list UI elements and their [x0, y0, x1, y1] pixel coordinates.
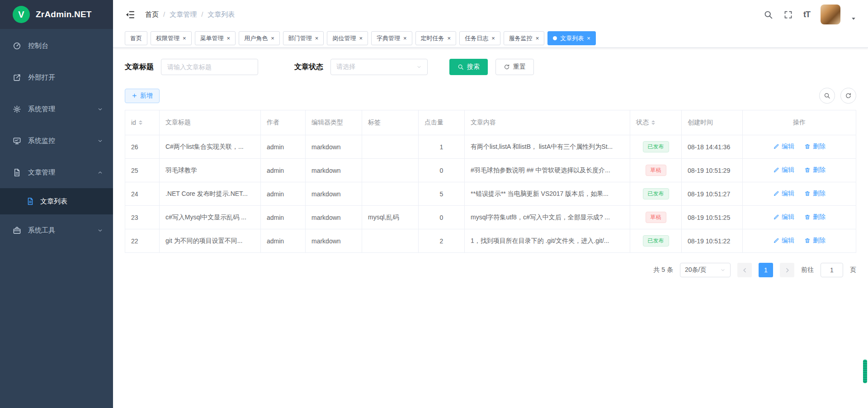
edit-button[interactable]: 编辑 [773, 213, 794, 221]
tab-item[interactable]: 首页 [125, 31, 147, 45]
cell-content: 有两个list,listA 和listB， listA中有三个属性列为St... [465, 135, 630, 159]
sidebar-item-article-list[interactable]: 文章列表 [0, 188, 113, 214]
close-icon[interactable] [536, 35, 539, 41]
close-icon[interactable] [403, 35, 407, 41]
column-header-clicks: 点击量 [419, 110, 465, 135]
cell-author: admin [261, 159, 306, 182]
tab-item-active[interactable]: 文章列表 [547, 31, 596, 45]
delete-button[interactable]: 删除 [804, 213, 826, 221]
page-size-select[interactable]: 20条/页 [680, 263, 731, 277]
document-icon [13, 168, 21, 177]
cell-clicks: 2 [419, 229, 465, 253]
close-icon[interactable] [183, 35, 186, 41]
table-row: 23 c#写入Mysql中文显示乱码 ... admin markdown my… [125, 206, 856, 229]
next-page-button[interactable] [780, 263, 794, 277]
reset-button[interactable]: 重置 [495, 59, 534, 75]
tab-item[interactable]: 部门管理 [283, 31, 324, 45]
search-form: 文章标题 文章状态 请选择 搜索 重置 [125, 59, 856, 75]
column-header-status[interactable]: 状态 [630, 110, 682, 135]
avatar[interactable] [821, 5, 840, 24]
cell-id: 24 [125, 182, 160, 206]
tab-item[interactable]: 定时任务 [415, 31, 457, 45]
column-header-tags: 标签 [362, 110, 419, 135]
edit-button[interactable]: 编辑 [773, 142, 794, 151]
search-button[interactable]: 搜索 [449, 59, 488, 75]
title-filter-input[interactable] [161, 59, 258, 75]
tab-item[interactable]: 岗位管理 [327, 31, 368, 45]
tab-item[interactable]: 服务监控 [504, 31, 545, 45]
cell-title: 羽毛球教学 [160, 159, 261, 182]
edit-button[interactable]: 编辑 [773, 166, 794, 174]
sidebar-item-label: 系统工具 [28, 226, 97, 235]
status-badge: 已发布 [643, 188, 669, 199]
close-icon[interactable] [359, 35, 363, 41]
close-icon[interactable] [227, 35, 231, 41]
chevron-down-icon [416, 64, 422, 70]
close-icon[interactable] [491, 35, 495, 41]
current-page-button[interactable]: 1 [759, 263, 773, 277]
goto-label: 前往 [801, 266, 814, 274]
sidebar-item-external-open[interactable]: 外部打开 [0, 62, 113, 93]
fold-sidebar-icon[interactable] [125, 9, 135, 20]
page-size-value: 20条/页 [685, 266, 706, 274]
cell-author: admin [261, 229, 306, 253]
caret-down-icon[interactable] [851, 16, 856, 21]
close-icon[interactable] [448, 35, 451, 41]
fullscreen-icon[interactable] [783, 10, 793, 19]
cell-id: 25 [125, 159, 160, 182]
delete-button[interactable]: 删除 [804, 166, 826, 174]
tab-item[interactable]: 权限管理 [151, 31, 192, 45]
search-icon[interactable] [764, 10, 773, 19]
sort-caret-icon[interactable] [139, 120, 142, 125]
prev-page-button[interactable] [737, 263, 752, 277]
delete-label: 删除 [813, 237, 826, 245]
top-header: 首页 文章管理 文章列表 tT [113, 0, 868, 29]
delete-button[interactable]: 删除 [804, 190, 826, 198]
tab-item[interactable]: 菜单管理 [195, 31, 236, 45]
scrollbar-thumb[interactable] [863, 360, 867, 383]
column-label: 文章标题 [165, 119, 191, 126]
add-button[interactable]: 新增 [125, 89, 160, 103]
chevron-up-icon [97, 170, 103, 176]
font-size-icon[interactable]: tT [803, 10, 810, 19]
tab-label: 首页 [130, 34, 142, 43]
add-button-label: 新增 [140, 92, 153, 100]
sidebar-item-label: 系统管理 [28, 105, 97, 114]
delete-button[interactable]: 删除 [804, 237, 826, 245]
toggle-search-button[interactable] [819, 88, 835, 104]
edit-button[interactable]: 编辑 [773, 237, 794, 245]
pagination: 共 5 条 20条/页 1 前往 页 [125, 263, 856, 277]
cell-created: 08-18 14:41:36 [682, 135, 743, 159]
sidebar-item-system-tools[interactable]: 系统工具 [0, 214, 113, 246]
breadcrumb-item[interactable]: 文章管理 [170, 10, 203, 19]
close-icon[interactable] [587, 35, 590, 41]
cell-clicks: 0 [419, 206, 465, 229]
breadcrumb-item-home[interactable]: 首页 [145, 10, 165, 19]
column-label: 作者 [267, 119, 279, 126]
close-icon[interactable] [271, 35, 274, 41]
edit-button[interactable]: 编辑 [773, 190, 794, 198]
app-logo: V ZrAdmin.NET [0, 0, 113, 29]
delete-button[interactable]: 删除 [804, 142, 826, 151]
refresh-table-button[interactable] [840, 88, 856, 104]
sidebar-item-dashboard[interactable]: 控制台 [0, 30, 113, 62]
status-filter-select[interactable]: 请选择 [330, 59, 428, 75]
edit-label: 编辑 [782, 142, 794, 151]
sort-caret-icon[interactable] [651, 120, 655, 125]
column-label: 状态 [636, 119, 649, 127]
column-header-id[interactable]: id [125, 110, 160, 135]
column-label: 文章内容 [471, 119, 496, 126]
tab-item[interactable]: 任务日志 [459, 31, 500, 45]
tab-item[interactable]: 用户角色 [239, 31, 280, 45]
close-icon[interactable] [315, 35, 319, 41]
cell-status: 草稿 [630, 159, 682, 182]
sidebar-item-article-management[interactable]: 文章管理 [0, 157, 113, 188]
sidebar-item-system-management[interactable]: 系统管理 [0, 93, 113, 125]
status-badge: 草稿 [646, 212, 666, 223]
goto-page-input[interactable] [821, 263, 843, 277]
search-button-label: 搜索 [467, 63, 480, 71]
sidebar-item-system-monitor[interactable]: 系统监控 [0, 125, 113, 157]
logo-icon: V [13, 6, 30, 23]
tab-item[interactable]: 字典管理 [371, 31, 412, 45]
cell-actions: 编辑 删除 [743, 206, 856, 229]
